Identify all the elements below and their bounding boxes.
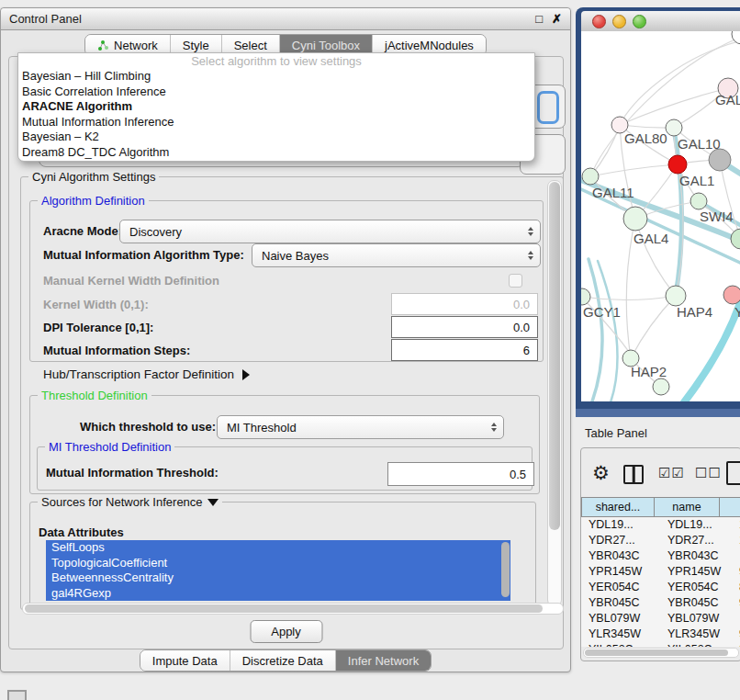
unchecked-boxes-icon[interactable]: ☐☐ bbox=[695, 465, 722, 481]
dpi-tolerance-value: 0.0 bbox=[513, 321, 530, 334]
tab-discretize-data[interactable]: Discretize Data bbox=[230, 650, 335, 671]
mi-threshold-field[interactable]: 0.5 bbox=[387, 462, 534, 486]
table-row[interactable]: YBR043CYBR043C bbox=[581, 548, 740, 564]
restore-icon[interactable]: □ bbox=[535, 13, 543, 25]
algorithm-option[interactable]: Basic Correlation Inference bbox=[18, 85, 534, 100]
algorithm-option[interactable]: Bayesian – Hill Climbing bbox=[18, 69, 534, 85]
table-cell: 13 bbox=[732, 517, 740, 533]
settings-horizontal-scrollbar[interactable] bbox=[22, 603, 564, 615]
algorithm-dropdown-popup: Select algorithm to view settings Bayesi… bbox=[17, 52, 535, 162]
scrollbar-thumb[interactable] bbox=[585, 649, 728, 656]
network-node-swi4[interactable] bbox=[690, 193, 707, 209]
aracne-mode-label: Aracne Mode: bbox=[43, 224, 122, 238]
algorithm-option[interactable]: Mutual Information Inference bbox=[18, 115, 534, 130]
table-row[interactable]: YDL19...YDL19...13 bbox=[581, 517, 740, 533]
table-cell: YDR27... bbox=[581, 533, 660, 548]
table-row[interactable]: YER054CYER054C8. bbox=[581, 580, 740, 595]
data-attribute-item[interactable]: gal4RGexp bbox=[46, 586, 510, 602]
network-node-gal1[interactable] bbox=[668, 155, 687, 174]
sources-title: Sources for Network Inference bbox=[41, 495, 203, 509]
node-label: GAL1 bbox=[679, 173, 714, 188]
mi-algorithm-type-select[interactable]: Naive Bayes bbox=[252, 243, 541, 267]
manual-kernel-label: Manual Kernel Width Definition bbox=[43, 274, 219, 288]
aracne-mode-select[interactable]: Discovery bbox=[119, 220, 541, 243]
table-row[interactable]: YPR145WYPR145W9. bbox=[581, 564, 740, 580]
network-edge bbox=[590, 125, 620, 176]
network-edge-highlighted bbox=[581, 189, 740, 263]
dpi-tolerance-field[interactable]: 0.0 bbox=[391, 316, 538, 338]
data-attribute-item[interactable]: BetweennessCentrality bbox=[46, 570, 510, 586]
kernel-width-field[interactable]: 0.0 bbox=[391, 293, 538, 315]
minimize-traffic-light[interactable] bbox=[612, 15, 626, 28]
mi-steps-value: 6 bbox=[523, 344, 530, 357]
which-threshold-select[interactable]: MI Threshold bbox=[217, 415, 504, 439]
table-row[interactable]: YDR27...YDR27...12 bbox=[581, 533, 740, 548]
close-icon[interactable]: ✗ bbox=[552, 13, 562, 25]
table-cell: YER054C bbox=[581, 580, 660, 595]
data-attribute-item[interactable]: SelfLoops bbox=[46, 540, 510, 556]
table-cell: YPR145W bbox=[581, 564, 660, 580]
mi-steps-field[interactable]: 6 bbox=[391, 339, 538, 361]
tab-impute-data[interactable]: Impute Data bbox=[140, 650, 230, 671]
table-cell: YIL052C bbox=[660, 642, 732, 647]
table-cell: 9. bbox=[732, 564, 740, 580]
network-node-gal11[interactable] bbox=[582, 168, 599, 185]
manual-kernel-checkbox[interactable] bbox=[509, 274, 522, 288]
algorithm-option[interactable]: Dream8 DC_TDC Algorithm bbox=[18, 145, 534, 161]
algorithm-option[interactable]: Bayesian – K2 bbox=[18, 130, 534, 145]
table-row[interactable]: YIL052CYIL052C9 bbox=[581, 642, 740, 647]
table-cell bbox=[732, 548, 740, 564]
network-node-gal4[interactable] bbox=[623, 207, 647, 231]
settings-vertical-scrollbar[interactable] bbox=[547, 180, 562, 606]
checked-boxes-icon[interactable]: ☑☑ bbox=[658, 465, 685, 481]
close-traffic-light[interactable] bbox=[592, 15, 606, 28]
zoom-traffic-light[interactable] bbox=[633, 15, 646, 28]
table-horizontal-scrollbar[interactable] bbox=[583, 648, 739, 658]
hub-definition-toggle[interactable]: Hub/Transcription Factor Definition bbox=[43, 367, 250, 381]
network-canvas[interactable]: GALGAL80GAL10GAL1GAL11SWI4GAL4GCY1HAP4YH… bbox=[581, 31, 740, 401]
network-node-hap4[interactable] bbox=[666, 286, 686, 306]
network-node-gal10[interactable] bbox=[666, 119, 682, 136]
list-scrollbar[interactable] bbox=[501, 542, 510, 597]
table-row[interactable]: YBL079WYBL079W bbox=[581, 611, 740, 627]
tab-label: Network bbox=[114, 39, 158, 52]
sources-toggle[interactable]: Sources for Network Inference bbox=[38, 495, 222, 509]
node-label: GAL80 bbox=[624, 130, 667, 146]
data-attribute-item[interactable]: TopologicalCoefficient bbox=[46, 556, 510, 571]
control-panel-bottom-tabbar: Impute DataDiscretize DataInfer Network bbox=[1, 649, 570, 672]
table-cell: YBR045C bbox=[660, 595, 732, 611]
network-node[interactable] bbox=[653, 378, 669, 395]
minimized-panel-button[interactable] bbox=[7, 690, 27, 700]
table-cell: 8. bbox=[732, 580, 740, 595]
scrollbar-thumb[interactable] bbox=[549, 182, 560, 530]
network-node[interactable] bbox=[732, 31, 740, 44]
gear-icon[interactable]: ⚙ bbox=[592, 461, 610, 485]
apply-button[interactable]: Apply bbox=[250, 620, 322, 643]
network-view-window: GALGAL80GAL10GAL1GAL11SWI4GAL4GCY1HAP4YH… bbox=[576, 7, 740, 409]
column-header[interactable]: name bbox=[655, 497, 720, 517]
tab-infer-network[interactable]: Infer Network bbox=[335, 650, 431, 671]
table-row[interactable]: YLR345WYLR345W9. bbox=[581, 627, 740, 642]
tab-label: Impute Data bbox=[152, 654, 218, 668]
node-label: GAL bbox=[715, 92, 740, 107]
algorithm-option[interactable]: ARACNE Algorithm bbox=[18, 99, 534, 115]
network-node-gcy1[interactable] bbox=[581, 288, 590, 305]
mi-type-value: Naive Bayes bbox=[262, 249, 329, 263]
desktop-background bbox=[576, 409, 740, 417]
scrollbar-thumb[interactable] bbox=[25, 604, 543, 613]
network-edge bbox=[631, 296, 676, 358]
table-cell: YER054C bbox=[660, 580, 732, 595]
network-edge bbox=[590, 164, 678, 176]
columns-icon[interactable] bbox=[623, 465, 644, 484]
column-header[interactable] bbox=[720, 497, 740, 517]
network-window-titlebar bbox=[581, 11, 740, 32]
table-cell bbox=[732, 611, 740, 627]
page-icon[interactable] bbox=[726, 461, 740, 485]
network-node-y[interactable] bbox=[723, 286, 740, 304]
column-header[interactable]: shared... bbox=[581, 497, 655, 517]
table-row[interactable]: YBR045CYBR045C9. bbox=[581, 595, 740, 611]
network-node[interactable] bbox=[709, 149, 731, 171]
focus-ring bbox=[537, 91, 559, 124]
network-edge-highlighted bbox=[589, 259, 602, 401]
network-node[interactable] bbox=[731, 229, 740, 249]
